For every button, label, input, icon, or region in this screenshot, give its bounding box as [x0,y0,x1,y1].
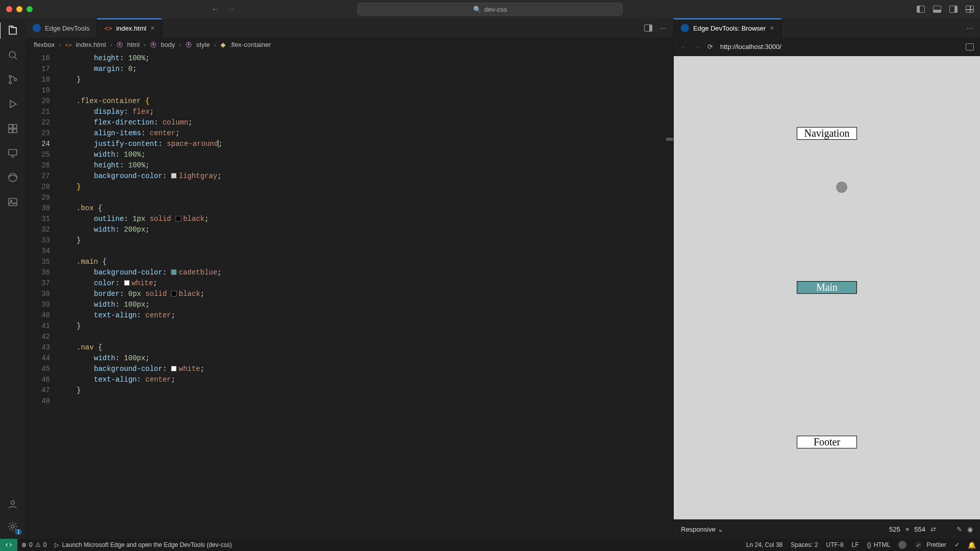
touch-cursor-icon [836,182,847,193]
breadcrumb-node[interactable]: style [196,41,210,48]
prettier-status[interactable]: ✓ Prettier [911,541,950,549]
toggle-sidebar-icon[interactable] [917,6,925,13]
history-nav: ← → [211,5,236,14]
close-tab-icon[interactable]: × [770,24,774,32]
editor-group-left: Edge DevTools <> index.html × ⋯ flexbox … [26,18,674,539]
status-bar: ⊗0 ⚠0 ▷ Launch Microsoft Edge and open t… [0,539,980,551]
html-file-icon: <> [65,42,72,48]
titlebar: ← → 🔍 dev-css [0,0,980,18]
search-icon: 🔍 [473,6,481,13]
svg-rect-6 [9,129,12,133]
cursor-position[interactable]: Ln 24, Col 38 [742,541,787,549]
inspect-icon[interactable] [966,43,974,51]
toggle-panel-icon[interactable] [933,6,941,13]
tab-edge-browser[interactable]: Edge DevTools: Browser × [674,18,782,38]
more-actions-icon[interactable]: ⋯ [966,24,973,32]
device-mode-dropdown[interactable]: Responsive ⌄ [681,525,723,533]
remote-explorer-icon[interactable] [7,147,19,159]
url-bar[interactable]: http://localhost:3000/ [720,43,959,51]
svg-point-2 [9,82,11,84]
copilot-status[interactable] [894,541,911,549]
search-view-icon[interactable] [7,49,19,61]
tab-index-html[interactable]: <> index.html × [97,18,162,38]
svg-point-13 [11,525,14,528]
split-editor-icon[interactable] [644,24,652,32]
check-icon: ✓ [915,541,922,548]
source-control-icon[interactable] [7,73,19,86]
back-icon[interactable]: ← [211,5,219,14]
breadcrumb-node[interactable]: html [127,41,140,48]
chevron-right-icon: › [144,41,146,48]
chevron-right-icon: › [214,41,216,48]
line-number-gutter: 1617181920212223242526272829303132333435… [26,52,57,539]
browser-back-icon[interactable]: ← [680,43,687,51]
device-toolbar: Responsive ⌄ 525 × 554 ⇄ ✎ ◉ [674,519,980,539]
eol-status[interactable]: LF [848,541,863,549]
viewport-height[interactable]: 554 [914,525,925,533]
breadcrumb-folder[interactable]: flexbox [34,41,55,48]
times-icon: × [905,525,910,533]
notifications-icon[interactable]: 🔔 [964,541,980,549]
svg-point-1 [9,76,11,78]
minimap-slider[interactable] [666,138,673,141]
breadcrumb-node[interactable]: body [161,41,175,48]
svg-rect-5 [13,124,17,128]
tab-label: Edge DevTools [45,24,89,32]
accounts-icon[interactable] [7,498,19,510]
window-controls [6,6,33,12]
debug-icon: ▷ [55,541,59,548]
copilot-icon [898,541,906,549]
rotate-icon[interactable]: ⇄ [930,525,936,533]
screenshot-icon[interactable]: ✎ [957,525,962,533]
more-actions-icon[interactable]: ⋯ [659,24,666,32]
tab-bar: Edge DevTools: Browser × ⋯ [674,18,980,38]
language-status[interactable]: {} HTML [863,541,895,549]
svg-point-3 [14,79,16,81]
browser-viewport[interactable]: Navigation Main Footer [674,56,980,519]
customize-layout-icon[interactable] [966,6,974,13]
breadcrumbs[interactable]: flexbox › <> index.html › ⦿ html › ⦿ bod… [26,38,673,52]
close-tab-icon[interactable]: × [151,24,155,32]
launch-edge-hint[interactable]: ▷ Launch Microsoft Edge and open the Edg… [51,541,236,548]
breadcrumb-file[interactable]: index.html [76,41,106,48]
minimize-window-icon[interactable] [16,6,22,12]
code-editor[interactable]: 1617181920212223242526272829303132333435… [26,52,673,539]
maximize-window-icon[interactable] [27,6,33,12]
settings-gear-icon[interactable] [7,520,19,533]
browser-toolbar: ← → ⟳ http://localhost:3000/ [674,38,980,56]
css-rule-icon: ◆ [220,41,226,48]
html-file-icon: <> [104,24,112,32]
explorer-icon[interactable] [7,24,19,37]
svg-rect-10 [9,198,17,206]
edge-icon [681,24,689,32]
record-icon[interactable]: ◉ [967,525,973,533]
indent-status[interactable]: Spaces: 2 [787,541,822,549]
editor-group-right: Edge DevTools: Browser × ⋯ ← → ⟳ http://… [674,18,980,539]
tag-icon: ⦿ [116,41,123,48]
image-view-icon[interactable] [7,196,19,208]
forward-icon[interactable]: → [228,5,236,14]
browser-forward-icon[interactable]: → [694,43,700,51]
braces-icon: {} [867,541,871,548]
tab-edge-devtools[interactable]: Edge DevTools [26,18,97,38]
svg-rect-7 [13,129,17,133]
remote-indicator[interactable] [0,539,17,551]
warning-icon: ⚠ [35,541,41,548]
run-debug-icon[interactable] [7,98,19,110]
svg-point-12 [11,501,15,505]
viewport-width[interactable]: 525 [889,525,900,533]
encoding-status[interactable]: UTF-8 [822,541,848,549]
problems-status[interactable]: ⊗0 ⚠0 [17,541,51,548]
chevron-right-icon: › [59,41,61,48]
preview-main-box: Main [797,281,857,294]
chevron-down-icon: ⌄ [718,525,723,533]
edge-devtools-view-icon[interactable] [7,171,19,184]
command-center[interactable]: 🔍 dev-css [357,3,623,16]
code-content[interactable]: height: 100%;margin: 0;} .flex-container… [57,52,673,539]
close-window-icon[interactable] [6,6,12,12]
feedback-icon[interactable]: ✓ [950,541,964,549]
breadcrumb-node[interactable]: .flex-container [230,41,272,48]
toggle-secondary-sidebar-icon[interactable] [949,6,958,13]
browser-reload-icon[interactable]: ⟳ [707,43,713,51]
extensions-icon[interactable] [7,122,19,135]
